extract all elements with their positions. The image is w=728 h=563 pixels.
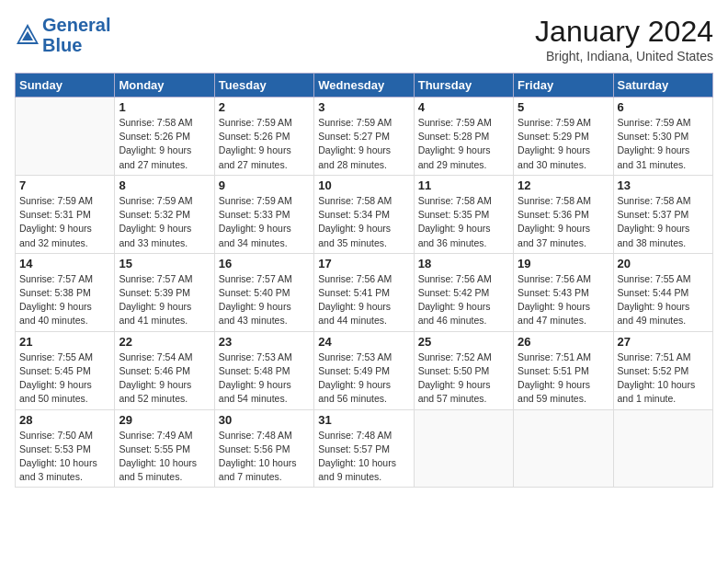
- day-info: Sunrise: 7:54 AMSunset: 5:46 PMDaylight:…: [119, 350, 210, 407]
- day-info: Sunrise: 7:59 AMSunset: 5:27 PMDaylight:…: [318, 116, 409, 172]
- day-number: 24: [318, 335, 409, 349]
- day-info: Sunrise: 7:55 AMSunset: 5:45 PMDaylight:…: [19, 350, 110, 407]
- calendar-cell: 22Sunrise: 7:54 AMSunset: 5:46 PMDayligh…: [115, 331, 214, 409]
- col-header-monday: Monday: [115, 74, 214, 98]
- logo-icon: [15, 22, 40, 48]
- day-number: 5: [518, 100, 609, 114]
- calendar-cell: [414, 409, 513, 488]
- calendar-cell: 4Sunrise: 7:59 AMSunset: 5:28 PMDaylight…: [414, 98, 513, 176]
- day-number: 22: [119, 335, 210, 349]
- day-number: 2: [219, 100, 310, 114]
- col-header-tuesday: Tuesday: [214, 74, 313, 98]
- day-info: Sunrise: 7:59 AMSunset: 5:30 PMDaylight:…: [618, 116, 709, 172]
- calendar-cell: 2Sunrise: 7:59 AMSunset: 5:26 PMDaylight…: [214, 98, 313, 176]
- title-block: January 2024 Bright, Indiana, United Sta…: [535, 15, 713, 63]
- day-number: 6: [618, 100, 709, 114]
- calendar-header-row: SundayMondayTuesdayWednesdayThursdayFrid…: [16, 74, 713, 98]
- calendar-cell: 20Sunrise: 7:55 AMSunset: 5:44 PMDayligh…: [613, 253, 712, 331]
- calendar-cell: 28Sunrise: 7:50 AMSunset: 5:53 PMDayligh…: [16, 409, 115, 488]
- day-info: Sunrise: 7:56 AMSunset: 5:41 PMDaylight:…: [318, 272, 409, 328]
- day-info: Sunrise: 7:57 AMSunset: 5:39 PMDaylight:…: [119, 272, 210, 328]
- calendar-cell: 14Sunrise: 7:57 AMSunset: 5:38 PMDayligh…: [16, 253, 115, 331]
- day-number: 4: [418, 100, 509, 114]
- calendar-cell: 23Sunrise: 7:53 AMSunset: 5:48 PMDayligh…: [214, 331, 313, 409]
- calendar-cell: 31Sunrise: 7:48 AMSunset: 5:57 PMDayligh…: [314, 409, 414, 488]
- calendar-week-0: 1Sunrise: 7:58 AMSunset: 5:26 PMDaylight…: [16, 98, 713, 176]
- calendar-cell: 3Sunrise: 7:59 AMSunset: 5:27 PMDaylight…: [314, 98, 414, 176]
- month-title: January 2024: [535, 15, 713, 49]
- day-number: 31: [318, 413, 409, 427]
- day-info: Sunrise: 7:58 AMSunset: 5:36 PMDaylight:…: [518, 194, 609, 250]
- calendar-week-2: 14Sunrise: 7:57 AMSunset: 5:38 PMDayligh…: [16, 253, 713, 331]
- day-number: 1: [119, 100, 210, 114]
- calendar-cell: 25Sunrise: 7:52 AMSunset: 5:50 PMDayligh…: [414, 331, 513, 409]
- calendar-cell: 9Sunrise: 7:59 AMSunset: 5:33 PMDaylight…: [214, 175, 313, 253]
- calendar-cell: 19Sunrise: 7:56 AMSunset: 5:43 PMDayligh…: [514, 253, 613, 331]
- day-number: 3: [318, 100, 409, 114]
- day-number: 19: [518, 257, 609, 270]
- calendar-week-1: 7Sunrise: 7:59 AMSunset: 5:31 PMDaylight…: [16, 175, 713, 253]
- calendar-week-3: 21Sunrise: 7:55 AMSunset: 5:45 PMDayligh…: [16, 331, 713, 409]
- day-info: Sunrise: 7:59 AMSunset: 5:31 PMDaylight:…: [19, 194, 110, 250]
- day-number: 11: [418, 178, 509, 192]
- calendar-table: SundayMondayTuesdayWednesdayThursdayFrid…: [15, 73, 713, 488]
- calendar-cell: [16, 98, 115, 176]
- day-number: 7: [19, 178, 110, 192]
- calendar-cell: 29Sunrise: 7:49 AMSunset: 5:55 PMDayligh…: [115, 409, 214, 488]
- day-info: Sunrise: 7:59 AMSunset: 5:32 PMDaylight:…: [119, 194, 210, 250]
- day-info: Sunrise: 7:58 AMSunset: 5:35 PMDaylight:…: [418, 194, 509, 250]
- logo-line1: General: [42, 15, 110, 35]
- day-info: Sunrise: 7:59 AMSunset: 5:29 PMDaylight:…: [518, 116, 609, 172]
- day-number: 20: [618, 257, 709, 270]
- calendar-cell: 11Sunrise: 7:58 AMSunset: 5:35 PMDayligh…: [414, 175, 513, 253]
- calendar-cell: 24Sunrise: 7:53 AMSunset: 5:49 PMDayligh…: [314, 331, 414, 409]
- day-number: 23: [219, 335, 310, 349]
- day-info: Sunrise: 7:58 AMSunset: 5:34 PMDaylight:…: [318, 194, 409, 250]
- col-header-wednesday: Wednesday: [314, 74, 414, 98]
- day-number: 9: [219, 178, 310, 192]
- day-info: Sunrise: 7:52 AMSunset: 5:50 PMDaylight:…: [418, 350, 509, 407]
- day-number: 30: [219, 413, 310, 427]
- day-info: Sunrise: 7:56 AMSunset: 5:42 PMDaylight:…: [418, 272, 509, 328]
- day-number: 14: [19, 257, 110, 270]
- day-info: Sunrise: 7:57 AMSunset: 5:38 PMDaylight:…: [19, 272, 110, 328]
- day-info: Sunrise: 7:59 AMSunset: 5:28 PMDaylight:…: [418, 116, 509, 172]
- calendar-week-4: 28Sunrise: 7:50 AMSunset: 5:53 PMDayligh…: [16, 409, 713, 488]
- day-info: Sunrise: 7:48 AMSunset: 5:57 PMDaylight:…: [318, 429, 409, 485]
- day-info: Sunrise: 7:51 AMSunset: 5:52 PMDaylight:…: [618, 350, 709, 407]
- calendar-cell: [514, 409, 613, 488]
- day-info: Sunrise: 7:58 AMSunset: 5:37 PMDaylight:…: [618, 194, 709, 250]
- day-info: Sunrise: 7:48 AMSunset: 5:56 PMDaylight:…: [219, 429, 310, 485]
- day-info: Sunrise: 7:50 AMSunset: 5:53 PMDaylight:…: [19, 429, 110, 485]
- calendar-cell: 27Sunrise: 7:51 AMSunset: 5:52 PMDayligh…: [613, 331, 712, 409]
- day-number: 21: [19, 335, 110, 349]
- day-info: Sunrise: 7:57 AMSunset: 5:40 PMDaylight:…: [219, 272, 310, 328]
- calendar-cell: 10Sunrise: 7:58 AMSunset: 5:34 PMDayligh…: [314, 175, 414, 253]
- day-number: 16: [219, 257, 310, 270]
- header: General Blue January 2024 Bright, Indian…: [15, 15, 713, 63]
- calendar-cell: [613, 409, 712, 488]
- day-number: 27: [618, 335, 709, 349]
- calendar-cell: 17Sunrise: 7:56 AMSunset: 5:41 PMDayligh…: [314, 253, 414, 331]
- logo-line2: Blue: [42, 35, 110, 55]
- calendar-cell: 26Sunrise: 7:51 AMSunset: 5:51 PMDayligh…: [514, 331, 613, 409]
- day-number: 17: [318, 257, 409, 270]
- day-number: 18: [418, 257, 509, 270]
- day-number: 28: [19, 413, 110, 427]
- day-number: 12: [518, 178, 609, 192]
- calendar-cell: 18Sunrise: 7:56 AMSunset: 5:42 PMDayligh…: [414, 253, 513, 331]
- day-info: Sunrise: 7:49 AMSunset: 5:55 PMDaylight:…: [119, 429, 210, 485]
- col-header-sunday: Sunday: [16, 74, 115, 98]
- calendar-cell: 30Sunrise: 7:48 AMSunset: 5:56 PMDayligh…: [214, 409, 313, 488]
- calendar-cell: 13Sunrise: 7:58 AMSunset: 5:37 PMDayligh…: [613, 175, 712, 253]
- day-info: Sunrise: 7:53 AMSunset: 5:48 PMDaylight:…: [219, 350, 310, 407]
- location: Bright, Indiana, United States: [535, 49, 713, 63]
- col-header-saturday: Saturday: [613, 74, 712, 98]
- col-header-friday: Friday: [514, 74, 613, 98]
- day-number: 13: [618, 178, 709, 192]
- day-number: 29: [119, 413, 210, 427]
- day-number: 25: [418, 335, 509, 349]
- day-info: Sunrise: 7:58 AMSunset: 5:26 PMDaylight:…: [119, 116, 210, 172]
- calendar-cell: 6Sunrise: 7:59 AMSunset: 5:30 PMDaylight…: [613, 98, 712, 176]
- day-info: Sunrise: 7:55 AMSunset: 5:44 PMDaylight:…: [618, 272, 709, 328]
